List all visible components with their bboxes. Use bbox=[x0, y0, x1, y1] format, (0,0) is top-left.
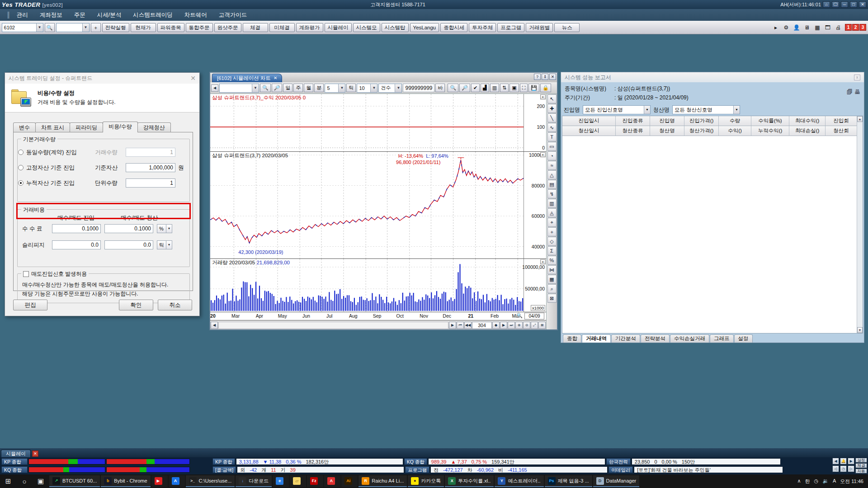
scroll-track[interactable] bbox=[218, 322, 448, 329]
window-control-button[interactable]: ✕ bbox=[549, 74, 556, 80]
cost-input[interactable]: 0.1000 bbox=[52, 224, 101, 233]
news-headline[interactable]: [포토]'화재 건물 바라보는 주민들' bbox=[634, 466, 783, 473]
tick-combo[interactable]: 10▼ bbox=[357, 84, 377, 93]
menu-item[interactable]: 시세/분석 bbox=[97, 11, 121, 19]
bar-type-button[interactable]: 바 bbox=[435, 84, 445, 92]
zoom-plus-icon[interactable]: ⊕ bbox=[515, 322, 523, 329]
minute-combo[interactable]: 5▼ bbox=[325, 84, 345, 93]
chart-tool-icon[interactable]: ▦ bbox=[547, 275, 557, 284]
chart-tool-icon[interactable]: ⋈ bbox=[547, 265, 557, 274]
period-button[interactable]: 월 bbox=[304, 84, 313, 92]
exit-signal-combo[interactable]: 모든 청산신호명▼ bbox=[672, 105, 740, 114]
toolbar-button[interactable]: 계좌평가 bbox=[296, 23, 323, 32]
nav-first-icon[interactable]: ⏮ bbox=[457, 322, 464, 329]
count-input[interactable]: 999999999 bbox=[403, 84, 434, 92]
unit-combo[interactable]: 틱▼ bbox=[157, 240, 172, 249]
radio-button[interactable] bbox=[18, 165, 24, 170]
column-header[interactable]: 청산종류 bbox=[616, 126, 650, 136]
taskbar-app[interactable]: A bbox=[169, 475, 185, 487]
page-number-button[interactable]: 2 bbox=[852, 24, 859, 31]
report-tab[interactable]: 전략분석 bbox=[641, 334, 670, 343]
nav-prev-icon[interactable]: ◀◀ bbox=[464, 322, 472, 329]
toolbar-icon[interactable]: 🖥 bbox=[802, 23, 811, 32]
tray-icon[interactable]: 한 bbox=[805, 478, 810, 485]
report-tab[interactable]: 거래내역 bbox=[582, 334, 611, 343]
tray-icon[interactable]: A bbox=[833, 478, 836, 485]
stock-code-input[interactable]: 6102▼ bbox=[2, 23, 43, 32]
add-button[interactable]: ＋ bbox=[91, 23, 101, 32]
bar-count-box[interactable]: 304 bbox=[472, 322, 492, 329]
next-icon[interactable]: ▷ bbox=[848, 465, 854, 472]
toolbar-button[interactable]: 프로그램 bbox=[497, 23, 524, 32]
column-header[interactable]: 진입명 bbox=[650, 116, 684, 126]
dialog-tab[interactable]: 비용/수량 bbox=[103, 122, 137, 132]
collapse-left-icon[interactable]: ◀ bbox=[211, 84, 218, 92]
toolbar-icon[interactable]: ▦ bbox=[813, 23, 822, 32]
column-header[interactable]: 최대수익() bbox=[789, 116, 826, 126]
chevron-down-icon[interactable]: ▼ bbox=[166, 225, 172, 233]
menu-item[interactable]: 시스템트레이딩 bbox=[133, 11, 173, 19]
taskbar-app[interactable]: Y 예스트레이더.. bbox=[495, 475, 543, 487]
column-header[interactable]: 진입가격() bbox=[684, 116, 719, 126]
task-view-icon[interactable]: ▣ bbox=[33, 474, 49, 488]
toolbar-button[interactable]: 시스템탑 bbox=[382, 23, 409, 32]
quantity-input[interactable]: 1,000,000 bbox=[126, 163, 175, 172]
taskbar-app[interactable]: e bbox=[273, 475, 289, 487]
toolbar-button[interactable]: 거래원별 bbox=[526, 23, 553, 32]
chart-tool-icon[interactable]: ＋ bbox=[547, 227, 557, 236]
report-tab[interactable]: 수익손실거래 bbox=[670, 334, 709, 343]
toolbar-icon[interactable]: ⚙ bbox=[782, 23, 791, 32]
cancel-button[interactable]: 취소 bbox=[158, 300, 192, 310]
dialog-tab[interactable]: 변수 bbox=[13, 122, 36, 132]
toolbar-button[interactable]: 원샷주문 bbox=[214, 23, 241, 32]
period-button[interactable]: 주 bbox=[293, 84, 303, 92]
close-button[interactable]: ✕ bbox=[859, 1, 866, 8]
column-header[interactable]: 청산회 bbox=[826, 126, 857, 136]
close-icon[interactable]: ✕ bbox=[32, 450, 38, 457]
home-icon[interactable]: ⌂ bbox=[823, 1, 830, 8]
menu-item[interactable]: 주문 bbox=[74, 11, 85, 19]
tray-icon[interactable]: ∧ bbox=[797, 478, 801, 485]
column-header[interactable]: 청산일시 bbox=[562, 126, 616, 136]
menu-item[interactable]: 관리 bbox=[17, 11, 28, 19]
page-number-button[interactable]: 1 bbox=[845, 24, 852, 31]
nav-next-icon[interactable]: ▶ bbox=[500, 322, 507, 329]
close-icon[interactable]: ✕ bbox=[274, 74, 277, 82]
taskbar-app[interactable]: >_ C:\Users\use... bbox=[186, 475, 235, 487]
clock-icon[interactable]: ◷ bbox=[840, 465, 847, 472]
tick-button[interactable]: 틱 bbox=[346, 84, 356, 92]
taskbar-app[interactable]: ▱ bbox=[290, 475, 306, 487]
chart-tool-icon[interactable]: ▭ bbox=[547, 142, 557, 151]
prev-icon[interactable]: ◁ bbox=[832, 465, 839, 472]
column-header[interactable]: 청산가격() bbox=[684, 126, 719, 136]
expand-icon[interactable]: ⤢ bbox=[531, 322, 538, 329]
toolbar-button[interactable]: 종합시세 bbox=[440, 23, 467, 32]
tray-icon[interactable]: 🔉 bbox=[822, 478, 829, 485]
report-tab[interactable]: 그래프 bbox=[710, 334, 734, 343]
chevron-down-icon[interactable]: ▼ bbox=[166, 241, 172, 249]
quantity-input[interactable]: 1 bbox=[126, 148, 175, 157]
radio-button[interactable] bbox=[18, 180, 24, 186]
radio-button[interactable] bbox=[18, 150, 24, 155]
window-control-button[interactable]: ⇕ bbox=[542, 74, 548, 80]
table-scrollbar[interactable]: ▲▼ bbox=[857, 116, 863, 333]
toolbar-button[interactable]: 투자주체 bbox=[469, 23, 496, 32]
dock-side-button[interactable]: 설정 bbox=[855, 458, 867, 463]
chart-tool-icon[interactable]: % bbox=[547, 256, 557, 265]
period-button[interactable]: 분 bbox=[314, 84, 324, 92]
cost-input[interactable]: 0.0 bbox=[104, 240, 153, 249]
price-plot[interactable]: 삼성 슈퍼트랜드(3,7) 2020/03/05 H: -13,64% L: 9… bbox=[210, 152, 524, 258]
symbol-combo[interactable]: ▼ bbox=[219, 84, 259, 93]
quantity-input[interactable]: 1 bbox=[126, 178, 175, 188]
taskbar-app[interactable]: X 투자수익률.xl.. bbox=[445, 475, 494, 487]
report-tab[interactable]: 설정 bbox=[734, 334, 753, 343]
search-icon[interactable]: 🔍 bbox=[45, 23, 55, 32]
chart-tool-icon[interactable]: ◔ bbox=[547, 151, 557, 160]
strategy-combo[interactable]: ▼ bbox=[56, 23, 90, 32]
chevron-down-icon[interactable]: ▼ bbox=[36, 23, 43, 32]
search-icon[interactable]: ○ bbox=[16, 474, 33, 488]
chart-toolbar-icon[interactable]: 🔎 bbox=[459, 84, 470, 92]
chevron-down-icon[interactable]: ▼ bbox=[82, 23, 89, 32]
collapse-pane-icon[interactable]: ▪ bbox=[540, 259, 546, 264]
minimize-button[interactable]: ─ bbox=[841, 1, 848, 8]
